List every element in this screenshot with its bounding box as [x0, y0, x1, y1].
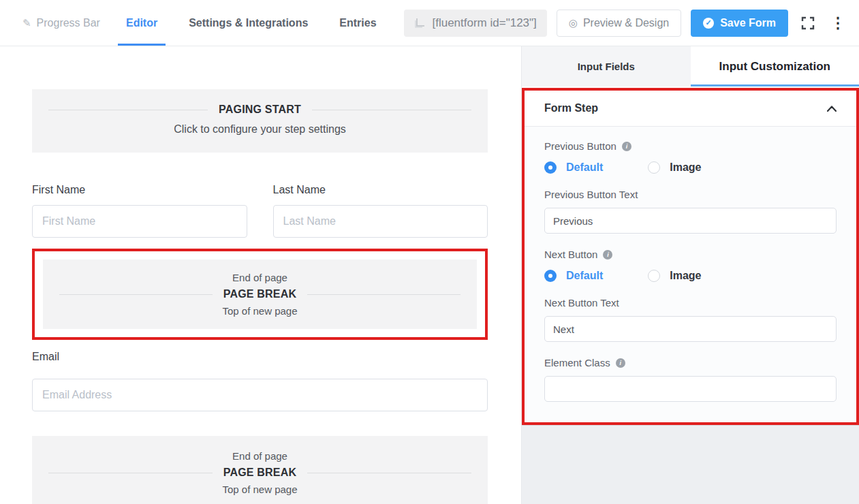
page-break-title: PAGE BREAK: [223, 467, 297, 479]
info-icon[interactable]: i: [616, 358, 625, 368]
element-class-input[interactable]: [544, 376, 837, 402]
page-break-block-2[interactable]: End of page PAGE BREAK Top of new page: [32, 436, 488, 504]
next-button-label: Next Button: [544, 249, 597, 260]
preview-design-button[interactable]: ◎ Preview & Design: [557, 10, 681, 37]
shortcode-chip[interactable]: [fluentform id="123"]: [404, 10, 546, 37]
info-icon[interactable]: i: [603, 250, 612, 259]
radio-label-default: Default: [566, 161, 603, 174]
form-step-highlight-frame: Form Step Previous Button i Default: [522, 88, 859, 425]
email-input[interactable]: [32, 379, 488, 411]
settings-sidebar: Input Fields Input Customization Form St…: [521, 46, 859, 504]
email-field: Email: [32, 351, 488, 411]
next-button-text-input[interactable]: [544, 316, 837, 342]
shortcode-icon: [414, 17, 426, 29]
topbar: ✎ Progress Bar Editor Settings & Integra…: [0, 0, 859, 46]
radio-unselected-icon: [648, 270, 660, 282]
form-step-body: Previous Button i Default Image Pre: [525, 127, 856, 422]
page-break-block-1[interactable]: End of page PAGE BREAK Top of new page: [43, 259, 477, 329]
tab-input-customization[interactable]: Input Customization: [691, 46, 859, 86]
paging-start-block[interactable]: PAGING START Click to configure your ste…: [32, 89, 488, 153]
tab-editor[interactable]: Editor: [126, 0, 157, 46]
first-name-input[interactable]: [32, 205, 247, 238]
divider-line: [307, 473, 471, 473]
page-break-title-row: PAGE BREAK: [59, 288, 460, 300]
sidebar-tabs: Input Fields Input Customization: [522, 46, 859, 86]
previous-default-radio[interactable]: Default: [544, 161, 603, 174]
page-break-highlight-frame: End of page PAGE BREAK Top of new page: [32, 249, 488, 340]
save-form-label: Save Form: [720, 17, 776, 29]
previous-image-radio[interactable]: Image: [648, 161, 701, 174]
tab-entries[interactable]: Entries: [339, 0, 376, 46]
previous-button-text-label: Previous Button Text: [544, 189, 837, 200]
more-options-button[interactable]: ⋮: [828, 13, 848, 33]
page-break-title: PAGE BREAK: [223, 288, 297, 300]
radio-selected-icon: [544, 161, 557, 174]
next-button-group: Next Button i Default Image Next Bu: [544, 249, 837, 342]
form-name[interactable]: ✎ Progress Bar: [22, 17, 100, 29]
page-break-end-text: End of page: [59, 272, 460, 283]
form-step-title: Form Step: [544, 102, 598, 114]
page-break-top-text: Top of new page: [59, 305, 460, 317]
radio-selected-icon: [544, 270, 557, 282]
top-tabs: Editor Settings & Integrations Entries: [126, 0, 377, 46]
preview-eye-icon: ◎: [569, 17, 578, 29]
paging-start-title: PAGING START: [219, 104, 301, 116]
email-label: Email: [32, 351, 488, 363]
previous-button-group: Previous Button i Default Image Pre: [544, 140, 837, 234]
name-fields-row: First Name Last Name: [32, 184, 488, 238]
element-class-label: Element Class: [544, 357, 610, 368]
first-name-field: First Name: [32, 184, 247, 238]
form-name-label: Progress Bar: [37, 17, 100, 29]
paging-start-title-row: PAGING START: [48, 104, 471, 116]
divider-line: [307, 294, 460, 295]
next-button-radio-row: Default Image: [544, 270, 837, 282]
divider-line: [48, 473, 213, 473]
page-break-title-row: PAGE BREAK: [48, 467, 471, 479]
chevron-up-icon: [827, 106, 837, 112]
preview-design-label: Preview & Design: [583, 17, 669, 29]
divider-line: [312, 110, 471, 110]
fullscreen-icon: [800, 16, 815, 31]
form-editor-canvas: PAGING START Click to configure your ste…: [0, 46, 521, 504]
form-step-header[interactable]: Form Step: [525, 91, 856, 127]
main-area: PAGING START Click to configure your ste…: [0, 46, 859, 504]
check-circle-icon: ✓: [703, 18, 714, 29]
kebab-menu-icon: ⋮: [830, 16, 845, 31]
next-default-radio[interactable]: Default: [544, 270, 603, 282]
save-form-button[interactable]: ✓ Save Form: [691, 10, 788, 37]
next-button-text-label: Next Button Text: [544, 297, 837, 309]
sidebar-empty-area: [522, 425, 859, 504]
shortcode-text: [fluentform id="123"]: [432, 16, 536, 30]
info-icon[interactable]: i: [622, 142, 631, 151]
last-name-field: Last Name: [273, 184, 488, 238]
last-name-input[interactable]: [273, 205, 488, 238]
paging-start-subtitle: Click to configure your step settings: [48, 123, 471, 136]
next-image-radio[interactable]: Image: [648, 270, 701, 282]
previous-button-text-input[interactable]: [544, 208, 837, 234]
radio-label-image: Image: [670, 270, 701, 282]
page-break-top-text: Top of new page: [48, 484, 471, 495]
page-break-end-text: End of page: [48, 450, 471, 462]
previous-button-label: Previous Button: [544, 140, 616, 152]
edit-pencil-icon: ✎: [22, 17, 31, 29]
element-class-group: Element Class i: [544, 357, 837, 402]
radio-label-image: Image: [670, 161, 701, 174]
last-name-label: Last Name: [273, 184, 488, 196]
divider-line: [48, 110, 208, 110]
first-name-label: First Name: [32, 184, 247, 196]
previous-button-radio-row: Default Image: [544, 161, 837, 174]
fullscreen-button[interactable]: [798, 13, 818, 33]
tab-input-fields[interactable]: Input Fields: [522, 46, 691, 86]
tab-settings-integrations[interactable]: Settings & Integrations: [189, 0, 308, 46]
radio-label-default: Default: [566, 270, 603, 282]
radio-unselected-icon: [648, 161, 660, 174]
divider-line: [59, 294, 213, 295]
topbar-actions: [fluentform id="123"] ◎ Preview & Design…: [404, 10, 848, 37]
